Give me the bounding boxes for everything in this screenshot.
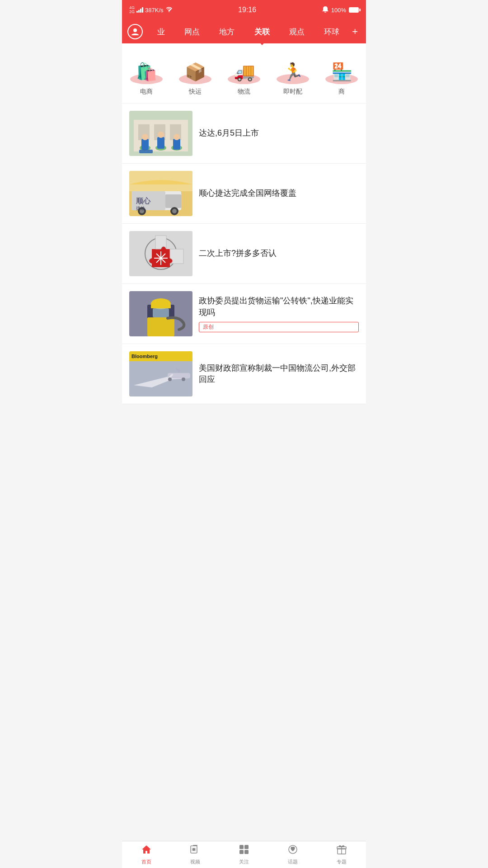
svg-point-9 xyxy=(142,134,148,140)
nav-plus-button[interactable]: + xyxy=(349,24,361,39)
battery-percent: 100% xyxy=(331,7,346,14)
user-avatar[interactable] xyxy=(127,24,143,39)
svg-rect-16 xyxy=(139,150,153,153)
category-label-express: 快运 xyxy=(189,88,202,96)
svg-rect-11 xyxy=(157,137,164,149)
news-thumb-4 xyxy=(129,291,192,336)
status-right: 100% xyxy=(322,6,359,14)
news-thumb-1 xyxy=(129,111,192,156)
news-content-2: 顺心捷达完成全国网络覆盖 xyxy=(199,188,359,199)
news-item-5[interactable]: Bloomberg 美国财政部宣称制裁一中国物流公司,外交部回应 xyxy=(122,344,366,404)
category-instant[interactable]: 🏃 即时配 xyxy=(268,52,317,96)
news-title-1: 达达,6月5日上市 xyxy=(199,127,359,139)
status-bar: 4G 2G 387K/s 19:16 xyxy=(122,0,366,20)
category-icon-logistics: 🚚 xyxy=(228,52,260,84)
category-logistics[interactable]: 🚚 物流 xyxy=(220,52,268,96)
category-icon-instant: 🏃 xyxy=(277,52,309,84)
status-left: 4G 2G 387K/s xyxy=(129,6,173,14)
network-speed: 387K/s xyxy=(145,7,163,14)
svg-point-46 xyxy=(182,377,185,381)
header-nav: 业 网点 地方 关联 观点 环球 + xyxy=(122,20,366,43)
svg-point-45 xyxy=(168,377,172,381)
news-title-5: 美国财政部宣称制裁一中国物流公司,外交部回应 xyxy=(199,363,359,385)
category-section: 🛍️ 电商 📦 快运 🚚 物流 🏃 即时配 xyxy=(122,43,366,104)
news-content-5: 美国财政部宣称制裁一中国物流公司,外交部回应 xyxy=(199,363,359,385)
svg-point-12 xyxy=(158,132,164,138)
network-type: 4G 2G xyxy=(129,6,135,14)
wifi-icon xyxy=(165,7,173,14)
news-list: 达达,6月5日上市 顺心 捷达 xyxy=(122,104,366,404)
nav-item-guandian[interactable]: 观点 xyxy=(286,25,307,39)
category-label-commerce: 商 xyxy=(338,88,345,96)
alarm-icon xyxy=(322,6,328,14)
battery-icon xyxy=(349,7,359,13)
news-item-1[interactable]: 达达,6月5日上市 xyxy=(122,104,366,164)
news-content-4: 政协委员提出货物运输"公转铁",快递业能实现吗 原创 xyxy=(199,295,359,332)
news-tag-4: 原创 xyxy=(199,322,359,332)
news-thumb-5: Bloomberg xyxy=(129,351,192,396)
news-title-4: 政协委员提出货物运输"公转铁",快递业能实现吗 xyxy=(199,295,359,318)
category-ecommerce[interactable]: 🛍️ 电商 xyxy=(122,52,171,96)
svg-point-24 xyxy=(172,209,177,213)
news-title-3: 二次上市?拼多多否认 xyxy=(199,248,359,259)
svg-rect-37 xyxy=(151,305,171,308)
category-icon-express: 📦 xyxy=(179,52,211,84)
news-item-4[interactable]: 政协委员提出货物运输"公转铁",快递业能实现吗 原创 xyxy=(122,284,366,344)
svg-rect-8 xyxy=(141,139,149,150)
news-title-2: 顺心捷达完成全国网络覆盖 xyxy=(199,188,359,199)
svg-point-1 xyxy=(133,28,137,32)
category-label-ecommerce: 电商 xyxy=(140,88,153,96)
nav-item-guanlian[interactable]: 关联 xyxy=(252,25,272,39)
nav-item-wangdian[interactable]: 网点 xyxy=(182,25,202,39)
news-item-3[interactable]: 二次上市?拼多多否认 xyxy=(122,224,366,284)
news-thumb-3 xyxy=(129,231,192,276)
svg-point-15 xyxy=(174,134,180,140)
category-icon-ecommerce: 🛍️ xyxy=(130,52,163,84)
svg-text:Bloomberg: Bloomberg xyxy=(131,354,158,359)
nav-item-huanqiu[interactable]: 环球 xyxy=(321,25,342,39)
svg-rect-38 xyxy=(153,308,169,317)
news-item-2[interactable]: 顺心 捷达 顺心捷达完成全国网络覆盖 xyxy=(122,164,366,224)
category-label-instant: 即时配 xyxy=(283,88,302,96)
category-icon-commerce: 🏪 xyxy=(325,52,358,84)
nav-item-ye[interactable]: 业 xyxy=(155,25,168,39)
status-time: 19:16 xyxy=(238,6,256,14)
nav-items: 业 网点 地方 关联 观点 环球 xyxy=(147,25,349,39)
news-content-3: 二次上市?拼多多否认 xyxy=(199,248,359,259)
svg-rect-39 xyxy=(147,317,174,336)
category-commerce[interactable]: 🏪 商 xyxy=(317,52,366,96)
svg-text:顺心: 顺心 xyxy=(136,197,151,205)
category-label-logistics: 物流 xyxy=(238,88,250,96)
news-thumb-2: 顺心 捷达 xyxy=(129,171,192,216)
svg-rect-14 xyxy=(173,139,180,150)
svg-text:捷达: 捷达 xyxy=(136,206,145,211)
news-content-1: 达达,6月5日上市 xyxy=(199,127,359,139)
svg-rect-20 xyxy=(165,194,181,208)
signal-bars-icon xyxy=(136,7,143,13)
category-express[interactable]: 📦 快运 xyxy=(171,52,220,96)
svg-point-0 xyxy=(169,11,169,12)
nav-item-difang[interactable]: 地方 xyxy=(216,25,237,39)
